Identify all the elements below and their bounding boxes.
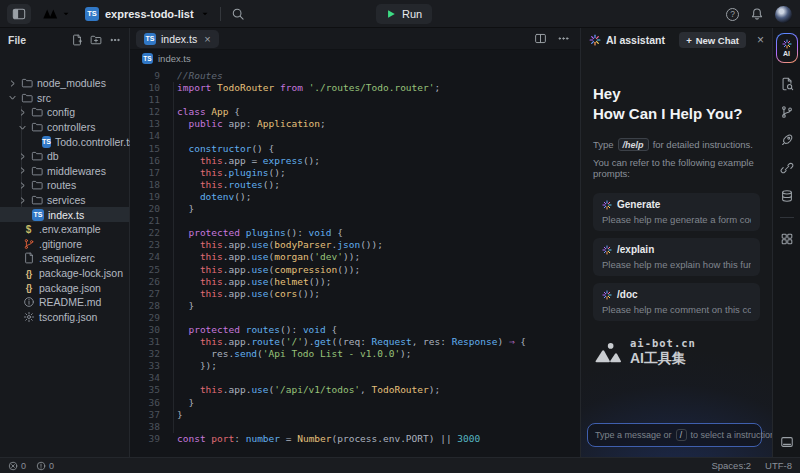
prompt-card--explain[interactable]: /explainPlease help me explain how this …	[593, 238, 760, 276]
bell-icon[interactable]	[750, 7, 764, 21]
tree-item-middlewares[interactable]: middlewares	[0, 164, 129, 179]
database-icon[interactable]	[780, 189, 794, 203]
close-panel-icon[interactable]: ×	[757, 33, 764, 47]
tree-item-index-ts[interactable]: TSindex.ts	[0, 207, 129, 222]
config-file-icon	[22, 311, 35, 323]
tree-item-readme-md[interactable]: README.md	[0, 295, 129, 310]
prompt-card--doc[interactable]: /docPlease help me comment on this code.	[593, 283, 760, 321]
breadcrumb[interactable]: TS index.ts	[130, 50, 580, 66]
line-number: 27	[130, 288, 160, 300]
prompt-card-generate[interactable]: GeneratePlease help me generate a form c…	[593, 193, 760, 231]
project-ts-badge: TS	[85, 7, 99, 21]
doc-search-icon[interactable]	[780, 77, 794, 91]
user-avatar[interactable]	[775, 6, 792, 23]
code-line-34: 34	[130, 372, 580, 384]
line-number: 15	[130, 143, 160, 155]
tree-item-label: index.ts	[48, 209, 84, 221]
chat-input[interactable]: Type a message or / to select a instruct…	[587, 423, 762, 447]
tree-item-db[interactable]: db	[0, 149, 129, 164]
tree-item-todo-controller-ts[interactable]: TSTodo.controller.ts	[0, 134, 129, 149]
tab-close-icon[interactable]: ×	[204, 33, 210, 45]
env-file-icon: $	[22, 224, 35, 235]
new-file-icon[interactable]	[71, 34, 83, 46]
new-chat-button[interactable]: + New Chat	[679, 32, 746, 48]
tree-item--gitignore[interactable]: .gitignore	[0, 237, 129, 252]
breadcrumb-ts-badge: TS	[142, 53, 153, 64]
run-label: Run	[402, 8, 422, 20]
warnings-indicator[interactable]: 0	[36, 461, 54, 471]
rocket-icon[interactable]	[780, 133, 794, 147]
tree-item-routes[interactable]: routes	[0, 178, 129, 193]
sidebar-toggle-button[interactable]	[7, 4, 31, 24]
tree-item-node-modules[interactable]: node_modules	[0, 76, 129, 91]
toggle-bottom-panel-icon[interactable]	[780, 435, 794, 449]
error-circle-icon	[8, 461, 18, 471]
code-line-24: 24 this.app.use(morgan('dev'));	[130, 251, 580, 263]
link-icon[interactable]	[780, 161, 794, 175]
git-branch-icon[interactable]	[780, 105, 794, 119]
code-lines: 9//Routes10import TodoRouter from './rou…	[130, 70, 580, 445]
code-line-32: 32 res.send('Api Todo List - v1.0.0');	[130, 348, 580, 360]
line-number: 30	[130, 324, 160, 336]
search-icon[interactable]	[231, 7, 245, 21]
ai-tab-label: AI	[783, 50, 790, 57]
folder-icon	[31, 121, 43, 133]
code-line-11: 11	[130, 94, 580, 106]
sidebar-layout-icon	[12, 7, 26, 21]
line-number: 14	[130, 130, 160, 142]
tree-item-tsconfig-json[interactable]: tsconfig.json	[0, 310, 129, 325]
run-button[interactable]: Run	[376, 4, 432, 24]
line-number: 17	[130, 167, 160, 179]
grid-icon[interactable]	[780, 232, 794, 246]
code-editor[interactable]: 9//Routes10import TodoRouter from './rou…	[130, 66, 580, 457]
project-selector[interactable]: TS express-todo-list	[85, 7, 210, 21]
help-command-badge: /help	[618, 138, 649, 151]
code-line-18: 18 this.routes();	[130, 179, 580, 191]
line-number: 9	[130, 70, 160, 82]
more-actions-icon[interactable]	[109, 34, 121, 46]
code-line-22: 22 protected plugins(): void {	[130, 227, 580, 239]
ts-file-icon: TS	[32, 209, 44, 221]
logo-chevron-down-icon[interactable]	[61, 9, 71, 19]
line-number: 22	[130, 227, 160, 239]
code-line-26: 26 this.app.use(helmet());	[130, 276, 580, 288]
line-number: 36	[130, 397, 160, 409]
strip-divider	[780, 217, 794, 218]
line-number: 25	[130, 264, 160, 276]
split-editor-icon[interactable]	[534, 32, 547, 45]
watermark: ai-bot.cn AI工具集	[593, 337, 760, 368]
ai-tab-button[interactable]: AI	[776, 33, 798, 63]
prompt-description: Please help me generate a form code.	[602, 214, 751, 225]
new-folder-icon[interactable]	[90, 34, 102, 46]
folder-icon	[21, 77, 33, 89]
tree-item-label: middlewares	[47, 165, 106, 177]
spaces-indicator[interactable]: Spaces:2	[711, 460, 751, 471]
chat-input-placeholder: Type a message or / to select a instruct…	[595, 429, 772, 441]
tree-item-controllers[interactable]: controllers	[0, 120, 129, 135]
errors-indicator[interactable]: 0	[8, 461, 26, 471]
line-number: 39	[130, 433, 160, 445]
tree-item--sequelizerc[interactable]: .sequelizerc	[0, 251, 129, 266]
tree-item-services[interactable]: services	[0, 193, 129, 208]
code-line-28: 28 }	[130, 300, 580, 312]
tree-item-src[interactable]: src	[0, 91, 129, 106]
tree-item-config[interactable]: config	[0, 105, 129, 120]
ai-panel-title: AI assistant	[606, 34, 665, 46]
plus-icon: +	[686, 35, 692, 46]
ai-assistant-panel: AI assistant + New Chat × Hey How Can I …	[580, 28, 772, 457]
editor-more-icon[interactable]	[557, 32, 570, 45]
tree-item-package-lock-json[interactable]: {}package-lock.json	[0, 266, 129, 281]
help-icon[interactable]: ?	[726, 8, 739, 21]
tree-item-label: routes	[47, 179, 76, 191]
code-line-25: 25 this.app.use(compression());	[130, 264, 580, 276]
greeting-heading: Hey How Can I Help You?	[593, 84, 760, 124]
marscode-logo-icon[interactable]	[41, 7, 61, 21]
code-line-17: 17 this.plugins();	[130, 167, 580, 179]
encoding-indicator[interactable]: UTF-8	[765, 460, 792, 471]
line-number: 33	[130, 360, 160, 372]
tab-index-ts[interactable]: TS index.ts ×	[136, 30, 219, 48]
ai-sparkle-icon	[589, 34, 601, 46]
line-number: 34	[130, 372, 160, 384]
tree-item-package-json[interactable]: {}package.json	[0, 280, 129, 295]
tree-item--env-example[interactable]: $.env.example	[0, 222, 129, 237]
